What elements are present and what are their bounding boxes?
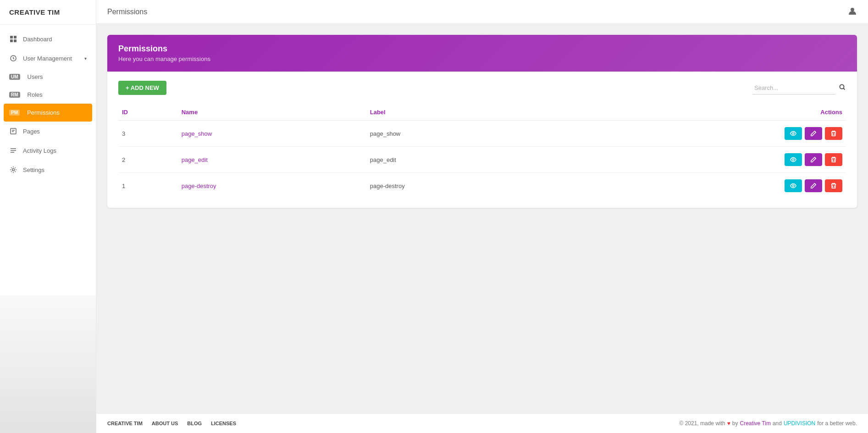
table-body: 3 page_show page_show xyxy=(118,121,846,199)
sidebar-item-label-user-management: User Management xyxy=(23,55,79,62)
table-row: 3 page_show page_show xyxy=(118,121,846,147)
col-name: Name xyxy=(178,104,366,121)
view-button[interactable] xyxy=(785,127,802,140)
col-label: Label xyxy=(366,104,555,121)
sidebar-item-activity-logs[interactable]: Activity Logs xyxy=(0,141,96,160)
permission-name-link[interactable]: page_show xyxy=(182,130,212,137)
edit-button[interactable] xyxy=(805,127,822,140)
permission-name-link[interactable]: page-destroy xyxy=(182,183,216,189)
user-icon[interactable] xyxy=(848,6,857,17)
cell-name: page_edit xyxy=(178,147,366,173)
sidebar-item-roles[interactable]: RM Roles xyxy=(0,86,96,104)
cell-actions xyxy=(555,173,846,199)
cell-name: page_show xyxy=(178,121,366,147)
gear-icon xyxy=(9,166,17,174)
footer: CREATIVE TIM ABOUT US BLOG LICENSES © 20… xyxy=(96,413,868,433)
search-input[interactable] xyxy=(752,82,835,94)
sidebar-nav: Dashboard User Management ▾ UM Users xyxy=(0,25,96,433)
svg-rect-2 xyxy=(10,39,13,42)
sidebar-item-label-settings: Settings xyxy=(23,167,87,173)
footer-link-about-us[interactable]: ABOUT US xyxy=(152,421,178,426)
footer-right: © 2021, made with ♥ by Creative Tim and … xyxy=(679,420,857,427)
cell-label: page-destroy xyxy=(366,173,555,199)
cell-actions xyxy=(555,147,846,173)
col-id: ID xyxy=(118,104,178,121)
card-header: Permissions Here you can manage permissi… xyxy=(107,35,857,72)
view-button[interactable] xyxy=(785,179,802,192)
footer-link-licenses[interactable]: LICENSES xyxy=(211,421,236,426)
sidebar-item-label-users: Users xyxy=(28,73,87,80)
table-header-row: ID Name Label Actions xyxy=(118,104,846,121)
view-button[interactable] xyxy=(785,153,802,166)
footer-by: by xyxy=(732,420,738,427)
card-header-title: Permissions xyxy=(118,44,846,54)
svg-point-9 xyxy=(792,133,794,134)
page-title: Permissions xyxy=(107,8,147,16)
cell-id: 3 xyxy=(118,121,178,147)
users-badge: UM xyxy=(9,74,20,80)
list-icon xyxy=(9,146,17,155)
search-box xyxy=(752,82,846,94)
grid-icon xyxy=(9,35,17,43)
card-header-subtitle: Here you can manage permissions xyxy=(118,56,846,62)
svg-rect-3 xyxy=(14,39,17,42)
clock-icon xyxy=(9,54,17,62)
footer-copy: © 2021, made with xyxy=(679,420,725,427)
sidebar-item-label-dashboard: Dashboard xyxy=(23,36,87,43)
main-content: Permissions Permissions Here you can man… xyxy=(96,0,868,433)
footer-links: CREATIVE TIM ABOUT US BLOG LICENSES xyxy=(107,421,236,426)
pages-icon xyxy=(9,127,17,135)
cell-actions xyxy=(555,121,846,147)
page-body: Permissions Here you can manage permissi… xyxy=(96,24,868,413)
sidebar-item-pages[interactable]: Pages xyxy=(0,122,96,141)
permissions-table: ID Name Label Actions 3 page_show page_s… xyxy=(118,104,846,199)
delete-button[interactable] xyxy=(825,179,842,192)
sidebar-item-label-permissions: Permissions xyxy=(27,109,87,116)
chevron-down-icon: ▾ xyxy=(84,56,87,61)
sidebar-item-user-management[interactable]: User Management ▾ xyxy=(0,49,96,68)
sidebar-item-dashboard[interactable]: Dashboard xyxy=(0,29,96,49)
sidebar-item-users[interactable]: UM Users xyxy=(0,68,96,86)
sidebar-item-label-pages: Pages xyxy=(23,128,87,135)
svg-point-6 xyxy=(12,169,15,171)
brand-logo: CREATIVE TIM xyxy=(0,0,96,25)
col-actions: Actions xyxy=(555,104,846,121)
permissions-card: Permissions Here you can manage permissi… xyxy=(107,35,857,208)
top-bar: Permissions xyxy=(96,0,868,24)
svg-point-8 xyxy=(840,84,844,89)
svg-rect-5 xyxy=(11,128,16,134)
footer-link-creative-tim[interactable]: CREATIVE TIM xyxy=(107,421,143,426)
footer-and: and xyxy=(773,420,782,427)
svg-rect-1 xyxy=(14,36,17,39)
search-button[interactable] xyxy=(839,83,846,93)
cell-name: page-destroy xyxy=(178,173,366,199)
sidebar-item-permissions[interactable]: PM Permissions xyxy=(4,104,92,122)
sidebar: CREATIVE TIM Dashboard xyxy=(0,0,96,433)
permission-name-link[interactable]: page_edit xyxy=(182,156,208,163)
toolbar: + ADD NEW xyxy=(118,81,846,95)
footer-creative-tim-link[interactable]: Creative Tim xyxy=(740,420,771,427)
table-row: 2 page_edit page_edit xyxy=(118,147,846,173)
edit-button[interactable] xyxy=(805,153,822,166)
footer-suffix: for a better web. xyxy=(817,420,857,427)
footer-link-blog[interactable]: BLOG xyxy=(187,421,202,426)
svg-point-11 xyxy=(792,185,794,187)
roles-badge: RM xyxy=(9,92,20,98)
svg-point-7 xyxy=(851,8,854,11)
footer-heart: ♥ xyxy=(727,420,730,427)
svg-rect-0 xyxy=(10,36,13,39)
sidebar-item-settings[interactable]: Settings xyxy=(0,160,96,179)
add-new-button[interactable]: + ADD NEW xyxy=(118,81,166,95)
card-body: + ADD NEW xyxy=(107,72,857,208)
cell-id: 1 xyxy=(118,173,178,199)
delete-button[interactable] xyxy=(825,153,842,166)
permissions-badge: PM xyxy=(9,110,20,116)
cell-label: page_edit xyxy=(366,147,555,173)
edit-button[interactable] xyxy=(805,179,822,192)
sidebar-item-label-activity-logs: Activity Logs xyxy=(23,147,87,154)
cell-id: 2 xyxy=(118,147,178,173)
footer-updivision-link[interactable]: UPDIVISION xyxy=(784,420,815,427)
table-row: 1 page-destroy page-destroy xyxy=(118,173,846,199)
delete-button[interactable] xyxy=(825,127,842,140)
svg-point-10 xyxy=(792,159,794,161)
